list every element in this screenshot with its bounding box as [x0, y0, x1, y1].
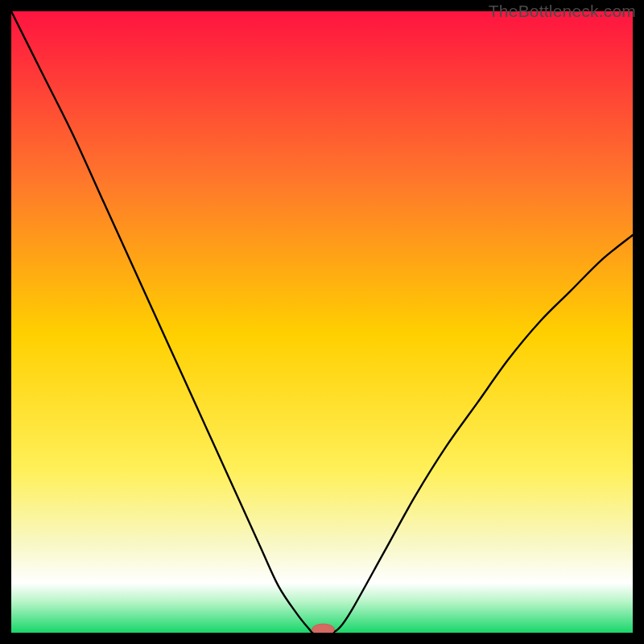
optimal-marker	[312, 624, 335, 633]
watermark-text: TheBottleneck.com	[489, 2, 636, 21]
plot-svg	[11, 11, 633, 633]
chart-stage: TheBottleneck.com	[0, 0, 644, 644]
plot-area	[11, 11, 633, 633]
